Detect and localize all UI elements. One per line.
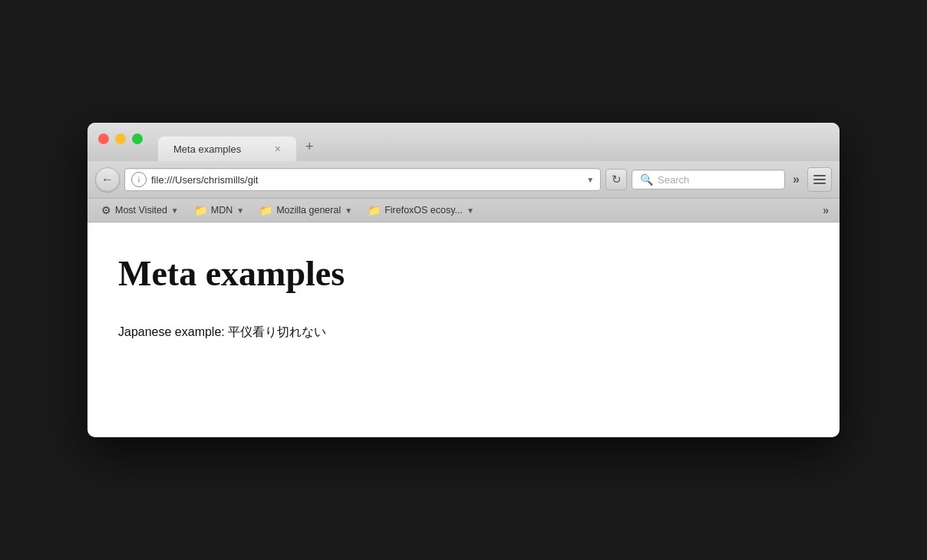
bookmark-most-visited[interactable]: ⚙ Most Visited ▼ <box>95 202 185 219</box>
most-visited-arrow: ▼ <box>171 206 179 215</box>
new-tab-button[interactable]: + <box>299 136 320 158</box>
back-icon: ← <box>101 173 114 186</box>
firefoxos-arrow: ▼ <box>467 206 474 215</box>
back-button[interactable]: ← <box>95 167 120 192</box>
most-visited-icon: ⚙ <box>101 204 111 216</box>
mozilla-icon: 📁 <box>259 204 272 216</box>
reload-icon: ↻ <box>612 173 622 186</box>
search-bar[interactable]: 🔍 Search <box>632 170 785 189</box>
mdn-arrow: ▼ <box>236 206 244 215</box>
search-placeholder: Search <box>658 174 689 186</box>
minimize-button[interactable] <box>115 133 126 144</box>
most-visited-label: Most Visited <box>115 205 167 216</box>
toolbar-overflow-icon[interactable]: » <box>790 171 803 188</box>
window-controls[interactable] <box>98 133 143 144</box>
bookmark-mdn[interactable]: 📁 MDN ▼ <box>188 202 250 219</box>
bookmark-mozilla[interactable]: 📁 Mozilla general ▼ <box>253 202 358 219</box>
firefoxos-icon: 📁 <box>368 204 381 216</box>
url-dropdown-icon[interactable]: ▼ <box>586 176 594 184</box>
maximize-button[interactable] <box>132 133 143 144</box>
mdn-label: MDN <box>211 205 233 216</box>
mozilla-arrow: ▼ <box>345 206 352 215</box>
menu-button[interactable] <box>807 167 832 192</box>
info-icon: i <box>138 175 140 184</box>
info-button[interactable]: i <box>131 172 147 187</box>
page-title: Meta examples <box>118 253 809 294</box>
menu-line-1 <box>813 175 826 176</box>
bookmarks-bar: ⚙ Most Visited ▼ 📁 MDN ▼ 📁 Mozilla gener… <box>87 199 840 222</box>
firefoxos-label: FirefoxOS ecosy... <box>384 205 463 216</box>
tab-label: Meta examples <box>173 143 241 155</box>
url-bar[interactable]: i file:///Users/chrismills/git ▼ <box>124 168 601 191</box>
bookmark-firefoxos[interactable]: 📁 FirefoxOS ecosy... ▼ <box>361 202 480 219</box>
tab-close-icon[interactable]: × <box>275 143 281 155</box>
mdn-icon: 📁 <box>194 204 207 216</box>
title-bar: Meta examples × + <box>87 123 840 161</box>
bookmarks-overflow-icon[interactable]: » <box>820 203 832 218</box>
content-area: Meta examples Japanese example: 平仪看り切れない <box>87 222 840 437</box>
search-icon: 🔍 <box>640 173 653 186</box>
page-content: Japanese example: 平仪看り切れない <box>118 324 809 341</box>
browser-tab[interactable]: Meta examples × <box>158 137 296 161</box>
reload-button[interactable]: ↻ <box>605 169 627 190</box>
close-button[interactable] <box>98 133 109 144</box>
url-text: file:///Users/chrismills/git <box>151 174 582 186</box>
toolbar: ← i file:///Users/chrismills/git ▼ ↻ 🔍 S… <box>87 161 840 199</box>
mozilla-label: Mozilla general <box>276 205 341 216</box>
menu-line-3 <box>813 183 826 184</box>
menu-line-2 <box>813 179 826 180</box>
